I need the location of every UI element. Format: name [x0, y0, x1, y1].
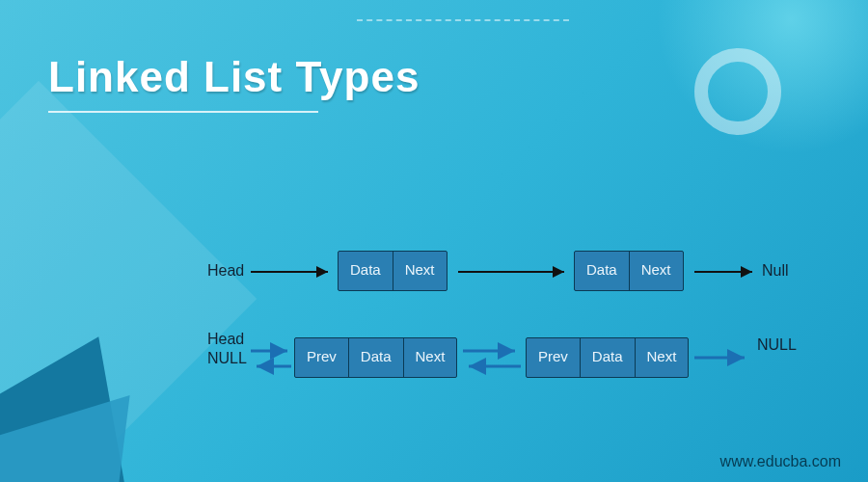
- node-next-label: Next: [393, 252, 447, 290]
- null-label: NULL: [757, 336, 797, 354]
- singly-node: Data Next: [574, 251, 684, 291]
- node-next-label: Next: [404, 338, 457, 377]
- arrow-icon: [694, 268, 762, 276]
- arrow-icon: [251, 268, 336, 276]
- arrow-icon: [458, 268, 572, 276]
- doubly-linked-list-row: Head NULL Prev Data Next Prev Data Next: [217, 337, 834, 378]
- node-next-label: Next: [636, 338, 689, 377]
- node-data-label: Data: [339, 252, 393, 290]
- page-title: Linked List Types: [48, 53, 420, 101]
- node-prev-label: Prev: [527, 338, 581, 377]
- singly-linked-list-row: Head Data Next Data Next Null: [217, 251, 834, 291]
- node-data-label: Data: [575, 252, 630, 290]
- doubly-node: Prev Data Next: [294, 337, 457, 378]
- bg-dashed-line: [357, 19, 569, 21]
- null-label: Null: [762, 262, 789, 280]
- double-arrow-icon: [463, 345, 523, 374]
- node-data-label: Data: [349, 338, 404, 377]
- linked-list-diagram: Head Data Next Data Next Null Head NULL: [217, 251, 834, 424]
- bg-ring: [694, 48, 781, 135]
- node-data-label: Data: [581, 338, 636, 377]
- footer-url: www.educba.com: [720, 453, 841, 470]
- title-underline: [48, 111, 318, 113]
- double-arrow-icon: [251, 345, 294, 374]
- doubly-node: Prev Data Next: [526, 337, 689, 378]
- head-label: Head: [207, 262, 244, 280]
- singly-node: Data Next: [338, 251, 448, 291]
- arrow-icon: [694, 353, 752, 362]
- node-prev-label: Prev: [295, 338, 349, 377]
- null-label: NULL: [207, 350, 247, 367]
- head-label: Head: [207, 331, 244, 348]
- node-next-label: Next: [630, 252, 683, 290]
